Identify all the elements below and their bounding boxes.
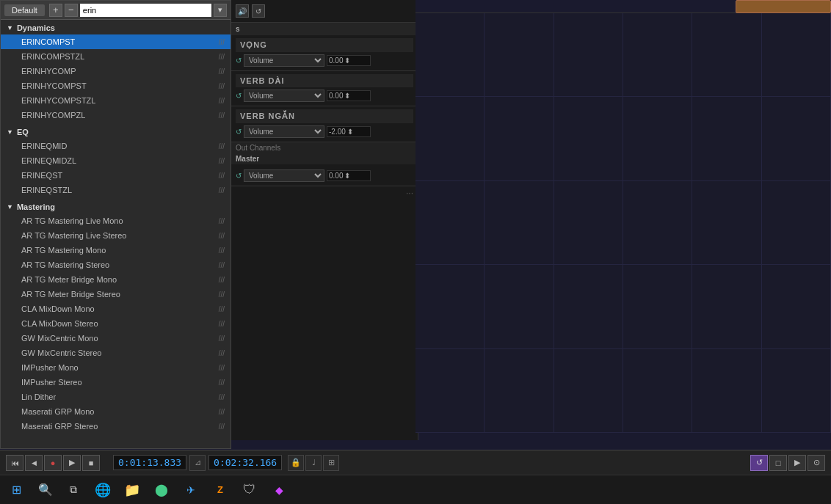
send-refresh-icon-3[interactable]: ↺ (236, 128, 242, 136)
grid-cell (623, 181, 692, 265)
preset-item-gw-mixcentric-stereo[interactable]: GW MixCentric Stereo/// (1, 346, 231, 360)
tree-section-dynamics: ▼DynamicsERINCOMPST///ERINCOMPSTZL///ERI… (1, 20, 231, 124)
extra-button[interactable]: ⊙ (808, 455, 825, 471)
grid-cell (554, 97, 623, 180)
preset-item-maserati-grp-stereo[interactable]: Maserati GRP Stereo/// (1, 419, 231, 434)
section-header-dynamics[interactable]: ▼Dynamics (1, 21, 231, 34)
preset-item-ar-tg-mono[interactable]: AR TG Mastering Mono/// (1, 243, 231, 258)
preset-item-cla-mixdown-mono[interactable]: CLA MixDown Mono/// (1, 302, 231, 316)
play-button[interactable]: ▶ (63, 455, 81, 471)
preset-item-ar-tg-bridge-mono[interactable]: AR TG Meter Bridge Mono/// (1, 272, 231, 287)
item-dots: /// (219, 276, 225, 284)
send-type-select-verb-dai[interactable]: Volume (244, 90, 324, 102)
grid-cell (623, 13, 692, 97)
taskbar-search-button[interactable]: 🔍 (32, 475, 59, 505)
default-tab[interactable]: Default (4, 4, 45, 16)
item-dots: /// (219, 349, 225, 357)
preset-item-erineqmidzl[interactable]: ERINEQMIDZL/// (1, 153, 231, 168)
value-stepper-vong[interactable]: ⬍ (343, 56, 350, 65)
transport-controls: ⏮ ◀ ● ▶ ■ (6, 455, 100, 471)
windows-start-button[interactable]: ⊞ (0, 475, 32, 505)
preset-item-erinhycompzl[interactable]: ERINHYCOMPZL/// (1, 108, 231, 123)
taskbar: ⊞ 🔍 ⧉ 🌐 📁 ⬤ ✈ Z 🛡 ◆ (0, 475, 831, 504)
remove-button[interactable]: − (65, 4, 78, 17)
preset-item-maserati-grp-mono[interactable]: Maserati GRP Mono/// (1, 404, 231, 419)
audio-clip[interactable] (736, 0, 831, 13)
preset-item-erineqstzl[interactable]: ERINEQSTZL/// (1, 183, 231, 197)
snap-button[interactable]: ⊞ (323, 455, 339, 471)
item-dots: /// (219, 53, 225, 61)
add-button[interactable]: + (49, 4, 62, 17)
item-dots: /// (219, 291, 225, 299)
value-stepper-master[interactable]: ⬍ (343, 172, 350, 180)
app-button-1[interactable]: ◆ (264, 475, 294, 505)
preset-item-erinhycompst[interactable]: ERINHYCOMPST/// (1, 78, 231, 93)
chrome-browser-button[interactable]: ⬤ (147, 475, 176, 505)
tree-section-mastering: ▼MasteringAR TG Mastering Live Mono///AR… (1, 199, 231, 435)
loop-button[interactable]: ↺ (252, 4, 265, 18)
send-value-verb-ngan: -2.00 ⬍ (327, 126, 371, 137)
preset-item-erinhycompstzl[interactable]: ERINHYCOMPSTZL/// (1, 93, 231, 108)
lock-button[interactable]: 🔒 (288, 455, 304, 471)
preset-item-ar-tg-live-stereo[interactable]: AR TG Mastering Live Stereo/// (1, 228, 231, 243)
send-type-select-master[interactable]: Volume (244, 169, 324, 182)
edge-browser-button[interactable]: 🌐 (88, 475, 117, 505)
metronome-button[interactable]: ♩ (305, 455, 322, 471)
timeline-area (416, 0, 831, 433)
item-dots: /// (219, 82, 225, 90)
item-dots: /// (219, 157, 225, 165)
preset-item-ar-tg-bridge-stereo[interactable]: AR TG Meter Bridge Stereo/// (1, 287, 231, 302)
preset-item-gw-mixcentric-mono[interactable]: GW MixCentric Mono/// (1, 331, 231, 346)
item-dots: /// (219, 393, 225, 401)
stop-button[interactable]: ■ (82, 455, 100, 471)
preset-item-lin-dither[interactable]: Lin Dither/// (1, 390, 231, 404)
grid-cell (762, 13, 831, 97)
search-input[interactable] (80, 4, 211, 17)
loop-end-time: 0:02:32.166 (208, 455, 282, 470)
filezilla-button[interactable]: Z (206, 475, 235, 505)
speaker-button[interactable]: 🔊 (236, 4, 249, 18)
undo-button[interactable]: ↺ (750, 455, 768, 471)
triangle-icon: ▼ (7, 128, 13, 136)
file-explorer-button[interactable]: 📁 (117, 475, 147, 505)
grid-cell (416, 181, 485, 265)
telegram-button[interactable]: ✈ (176, 475, 206, 505)
preset-item-erineqmid[interactable]: ERINEQMID/// (1, 139, 231, 153)
send-refresh-icon[interactable]: ↺ (236, 56, 242, 65)
right-transport-buttons: ↺ □ ▶ ⊙ (750, 455, 825, 471)
loop-button-transport[interactable]: □ (769, 455, 787, 471)
value-stepper-verb-dai[interactable]: ⬍ (343, 92, 350, 100)
send-type-select-vong[interactable]: Volume (244, 54, 324, 67)
preset-item-ar-tg-stereo[interactable]: AR TG Mastering Stereo/// (1, 258, 231, 272)
task-view-button[interactable]: ⧉ (59, 475, 88, 505)
section-header-eq[interactable]: ▼EQ (1, 125, 231, 139)
preset-item-erincompstzl[interactable]: ERINCOMPSTZL/// (1, 49, 231, 64)
play-cursor-button[interactable]: ▶ (788, 455, 806, 471)
value-stepper-verb-ngan[interactable]: ⬍ (346, 128, 353, 136)
prev-button[interactable]: ◀ (25, 455, 43, 471)
out-channels-label: Out Channels (231, 142, 418, 153)
record-button[interactable]: ● (44, 455, 62, 471)
preset-item-impusher-stereo[interactable]: IMPusher Stereo/// (1, 375, 231, 390)
more-options-button[interactable]: ··· (231, 186, 418, 200)
time-mode-button[interactable]: ⊿ (189, 455, 206, 471)
master-channel-label: Master (231, 153, 418, 164)
send-type-select-verb-ngan[interactable]: Volume (244, 125, 324, 138)
send-refresh-icon-2[interactable]: ↺ (236, 92, 242, 100)
preset-item-erineqst[interactable]: ERINEQST/// (1, 168, 231, 183)
send-value-vong: 0.00 ⬍ (327, 55, 371, 66)
preset-item-erincompst[interactable]: ERINCOMPST/// (1, 34, 231, 49)
dropdown-arrow[interactable]: ▾ (214, 4, 227, 17)
send-refresh-icon-master[interactable]: ↺ (236, 172, 242, 180)
vpn-button[interactable]: 🛡 (235, 475, 264, 505)
rewind-button[interactable]: ⏮ (6, 455, 23, 471)
preset-item-ar-tg-live-mono[interactable]: AR TG Mastering Live Mono/// (1, 213, 231, 228)
grid-cell (762, 181, 831, 265)
item-dots: /// (219, 217, 225, 225)
preset-item-impusher-mono[interactable]: IMPusher Mono/// (1, 360, 231, 375)
item-dots: /// (219, 232, 225, 240)
preset-item-cla-mixdown-stereo[interactable]: CLA MixDown Stereo/// (1, 316, 231, 331)
preset-item-erinhycomp[interactable]: ERINHYCOMP/// (1, 64, 231, 78)
channels-area: 🔊 ↺ s VỌNG ↺ Volume 0.00 ⬍ VERB DÀI ↺ Vo… (231, 0, 418, 440)
section-header-mastering[interactable]: ▼Mastering (1, 200, 231, 213)
